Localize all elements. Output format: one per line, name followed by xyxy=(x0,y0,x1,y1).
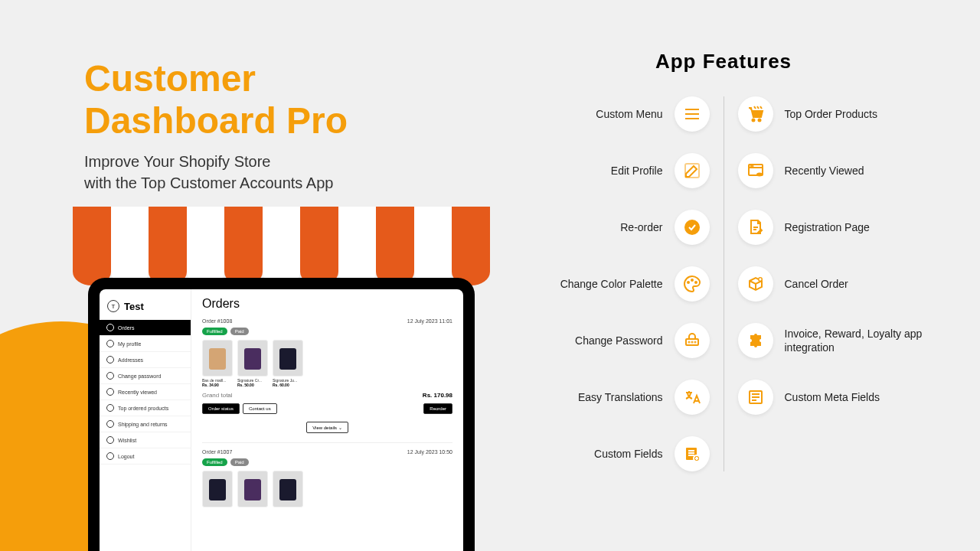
status-badge-paid: Paid xyxy=(230,458,249,466)
heart-icon xyxy=(106,436,114,444)
product-price: Rs. 50.00 xyxy=(237,383,268,387)
nav-label: Recently viewed xyxy=(118,390,157,395)
svg-point-2 xyxy=(688,282,689,283)
box-cancel-icon xyxy=(738,266,773,302)
document-pencil-icon xyxy=(738,210,773,245)
svg-point-11 xyxy=(752,119,754,122)
order-status-button[interactable]: Order status xyxy=(202,403,240,414)
feature-change-password: Change Password xyxy=(521,323,710,358)
app-features-section: App Features Custom Menu Edit Profile Re… xyxy=(521,50,926,471)
product-item[interactable] xyxy=(202,471,233,507)
fields-icon xyxy=(675,436,710,471)
order-card: Order #1008 12 July 2023 11:01 Fulfilled… xyxy=(202,318,452,433)
svg-point-1 xyxy=(684,220,700,235)
status-badge-fulfilled: Fulfilled xyxy=(202,458,227,466)
nav-label: Wishlist xyxy=(118,438,136,443)
order-date: 12 July 2023 11:01 xyxy=(407,318,452,324)
svg-point-17 xyxy=(759,174,760,175)
feature-recently-viewed: Recently Viewed xyxy=(738,153,927,188)
feature-custom-menu: Custom Menu xyxy=(521,96,710,132)
reorder-button[interactable]: Reorder xyxy=(423,403,452,414)
feature-label: Easy Translations xyxy=(578,390,663,404)
user-avatar: T xyxy=(107,300,119,312)
feature-label: Recently Viewed xyxy=(785,164,864,178)
nav-wishlist[interactable]: Wishlist xyxy=(100,432,191,448)
tablet-mockup: T Test Orders My profile Addresses Chang… xyxy=(73,207,490,551)
product-image xyxy=(237,471,268,507)
feature-cancel-order: Cancel Order xyxy=(738,266,927,302)
svg-point-14 xyxy=(750,166,751,167)
hero-section: Customer Dashboard Pro Improve Your Shop… xyxy=(84,57,348,194)
menu-icon xyxy=(675,96,710,132)
order-number: Order #1008 xyxy=(202,318,232,324)
nav-logout[interactable]: Logout xyxy=(100,448,191,465)
nav-shipping[interactable]: Shipping and returns xyxy=(100,416,191,432)
feature-custom-fields: Custom Fields xyxy=(521,436,710,471)
product-item[interactable]: Bas de maill... Rs. 34.90 xyxy=(202,340,233,387)
feature-translations: Easy Translations xyxy=(521,380,710,415)
product-image xyxy=(202,340,233,377)
dashboard-sidebar: T Test Orders My profile Addresses Chang… xyxy=(100,289,191,551)
feature-edit-profile: Edit Profile xyxy=(521,153,710,188)
feature-label: Registration Page xyxy=(785,220,870,234)
form-icon xyxy=(738,380,773,415)
svg-point-12 xyxy=(758,119,760,122)
translate-icon xyxy=(675,380,710,415)
nav-my-profile[interactable]: My profile xyxy=(100,336,191,352)
nav-top-ordered[interactable]: Top ordered products xyxy=(100,400,191,416)
content-title: Orders xyxy=(202,297,452,311)
title-line1: Customer xyxy=(84,57,348,99)
star-icon xyxy=(106,404,114,412)
order-number: Order #1007 xyxy=(202,449,232,455)
product-item[interactable]: Signature Jo... Rs. 60.00 xyxy=(273,340,303,387)
cart-icon xyxy=(738,96,773,132)
product-item[interactable]: Signature Cr... Rs. 50.00 xyxy=(237,340,268,387)
svg-point-7 xyxy=(691,342,692,343)
feature-label: Change Password xyxy=(575,334,662,347)
contact-us-button[interactable]: Contact us xyxy=(243,403,277,414)
feature-label: Re-order xyxy=(620,220,662,234)
features-right-column: Top Order Products Recently Viewed Regis… xyxy=(724,96,927,471)
grand-total-label: Grand total xyxy=(202,392,233,399)
product-price: Rs. 34.90 xyxy=(202,383,233,387)
password-icon xyxy=(675,323,710,358)
feature-registration: Registration Page xyxy=(738,210,927,245)
svg-point-8 xyxy=(694,342,695,343)
logout-icon xyxy=(106,452,114,460)
features-left-column: Custom Menu Edit Profile Re-order Change… xyxy=(521,96,724,471)
order-card: Order #1007 12 July 2023 10:50 Fulfilled… xyxy=(202,442,452,507)
feature-color-palette: Change Color Palette xyxy=(521,266,710,302)
status-badge-paid: Paid xyxy=(230,328,249,335)
nav-label: Top ordered products xyxy=(118,406,168,411)
subtitle-line2: with the Top Customer Accounts App xyxy=(84,172,348,194)
product-price: Rs. 60.00 xyxy=(273,383,303,387)
product-item[interactable] xyxy=(273,471,303,507)
palette-icon xyxy=(675,266,710,302)
profile-icon xyxy=(106,340,114,347)
feature-reorder: Re-order xyxy=(521,210,710,245)
feature-label: Custom Meta Fields xyxy=(785,390,880,404)
feature-top-order: Top Order Products xyxy=(738,96,927,132)
tablet-frame: T Test Orders My profile Addresses Chang… xyxy=(88,278,475,551)
subtitle-line1: Improve Your Shopify Store xyxy=(84,151,348,172)
svg-point-6 xyxy=(688,342,689,343)
nav-change-password[interactable]: Change password xyxy=(100,368,191,384)
view-details-button[interactable]: View details ⌄ xyxy=(306,422,348,433)
svg-point-4 xyxy=(695,282,697,283)
feature-meta-fields: Custom Meta Fields xyxy=(738,380,927,415)
nav-label: Shipping and returns xyxy=(118,422,168,427)
address-icon xyxy=(106,356,114,364)
product-item[interactable] xyxy=(237,471,268,507)
status-badge-fulfilled: Fulfilled xyxy=(202,328,227,335)
features-title: App Features xyxy=(521,50,926,73)
tablet-screen: T Test Orders My profile Addresses Chang… xyxy=(100,289,463,551)
product-image xyxy=(237,340,268,377)
store-awning xyxy=(73,207,490,272)
nav-recently-viewed[interactable]: Recently viewed xyxy=(100,384,191,400)
feature-label: Edit Profile xyxy=(611,164,663,178)
nav-orders[interactable]: Orders xyxy=(100,320,191,336)
feature-label: Cancel Order xyxy=(785,277,848,291)
nav-addresses[interactable]: Addresses xyxy=(100,352,191,368)
svg-rect-0 xyxy=(685,164,699,178)
title-line2: Dashboard Pro xyxy=(84,99,348,142)
